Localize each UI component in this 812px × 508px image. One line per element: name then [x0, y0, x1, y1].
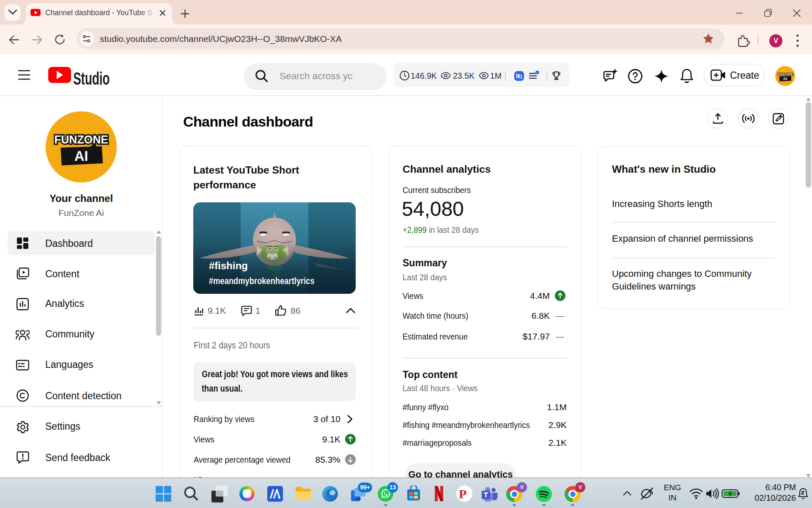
svg-text:AI: AI [74, 148, 88, 164]
svg-text:FUNZONE: FUNZONE [777, 72, 793, 76]
svg-text:AI: AI [783, 76, 787, 81]
svg-text:FUNZONE: FUNZONE [54, 133, 108, 146]
